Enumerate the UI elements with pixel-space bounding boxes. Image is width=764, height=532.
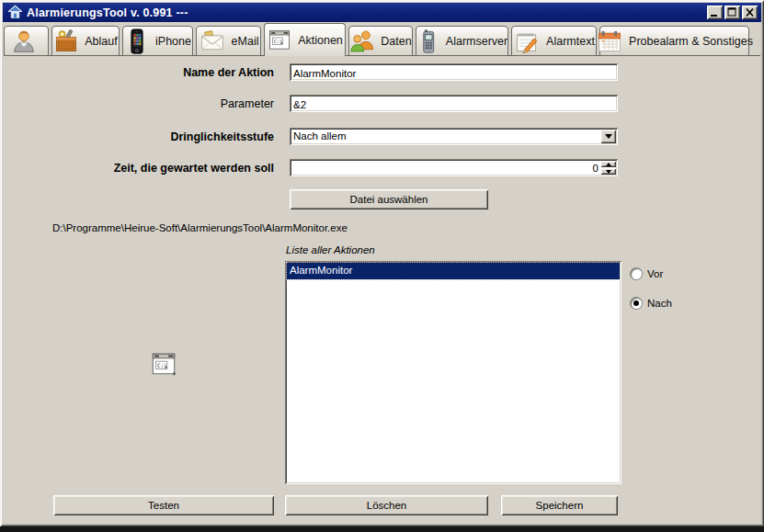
tab-label: Alarmserver <box>446 35 507 48</box>
tab-label: eMail <box>232 35 259 48</box>
tab-bar: Ablauf iPhone eMail <box>4 23 760 56</box>
radio-nach[interactable]: Nach <box>631 298 672 309</box>
list-item[interactable]: AlarmMonitor <box>287 263 620 279</box>
radio-vor-circle-icon <box>631 268 642 279</box>
wartezeit-label: Zeit, die gewartet werden soll <box>37 162 274 175</box>
radio-vor-label: Vor <box>647 268 663 279</box>
notepad-pencil-icon <box>513 28 541 54</box>
spin-up-button[interactable] <box>600 161 616 167</box>
spin-down-button[interactable] <box>600 168 616 175</box>
tab-iphone[interactable]: iPhone <box>122 26 193 56</box>
maximize-button[interactable] <box>724 6 740 19</box>
tab-label: Daten <box>381 35 411 48</box>
tab-alarmserver[interactable]: Alarmserver <box>416 26 508 56</box>
tab-label: Aktionen <box>298 34 343 47</box>
mobile-phone-icon <box>416 28 440 55</box>
command-window-icon: C:\ <box>267 28 292 52</box>
toolbox-icon <box>53 28 79 54</box>
app-window: AlarmierungsTool v. 0.991 --- <box>0 0 764 526</box>
tab-ablauf[interactable]: Ablauf <box>51 26 120 56</box>
aktionen-listbox[interactable]: AlarmMonitor <box>285 261 621 484</box>
parameter-label: Parameter <box>37 97 274 110</box>
parameter-input[interactable] <box>290 95 618 112</box>
dringlichkeitsstufe-label: Dringlichkeitsstufe <box>37 130 274 143</box>
chevron-down-icon <box>605 134 612 139</box>
calendar-icon <box>596 28 623 54</box>
dringlichkeitsstufe-select[interactable]: Nach allem <box>290 128 618 145</box>
arrow-up-icon <box>606 163 611 166</box>
titlebar: AlarmierungsTool v. 0.991 --- <box>3 3 761 22</box>
minimize-icon <box>710 7 720 17</box>
close-icon <box>745 7 755 17</box>
file-path-text: D:\Programme\Heirue-Soft\AlarmierungsToo… <box>52 222 348 233</box>
user-icon <box>11 28 37 54</box>
tab-label: Ablauf <box>85 35 117 48</box>
liste-aller-aktionen-label: Liste aller Aktionen <box>286 244 375 255</box>
people-icon <box>349 28 375 54</box>
testen-button[interactable]: Testen <box>53 495 274 515</box>
datei-auswaehlen-button[interactable]: Datei auswählen <box>290 189 488 209</box>
radio-nach-label: Nach <box>647 298 672 309</box>
minimize-button[interactable] <box>707 6 723 19</box>
tab-alarmtext[interactable]: Alarmtext <box>511 26 597 56</box>
tab-label: Alarmtext <box>546 35 595 48</box>
maximize-icon <box>727 7 737 17</box>
tab-label: Probealarm & Sonstiges <box>629 35 753 48</box>
iphone-icon <box>124 28 150 55</box>
loeschen-button[interactable]: Löschen <box>285 495 488 515</box>
wait-time-spinner <box>290 159 618 176</box>
command-window-icon: C:\ <box>150 349 177 379</box>
tab-aktionen[interactable]: C:\ Aktionen <box>264 23 346 56</box>
tab-probealarm[interactable]: Probealarm & Sonstiges <box>599 26 749 56</box>
tab-label: iPhone <box>155 35 191 48</box>
tab-user[interactable] <box>4 26 49 56</box>
home-icon <box>7 5 23 20</box>
dropdown-button[interactable] <box>600 130 616 143</box>
tab-daten[interactable]: Daten <box>348 26 413 56</box>
name-der-aktion-label: Name der Aktion <box>37 66 274 79</box>
name-der-aktion-input[interactable] <box>290 63 618 81</box>
speichern-button[interactable]: Speichern <box>501 495 618 515</box>
radio-vor[interactable]: Vor <box>631 268 663 279</box>
tab-email[interactable]: eMail <box>196 26 261 56</box>
wait-time-input[interactable] <box>291 161 599 175</box>
close-button[interactable] <box>742 6 758 19</box>
envelope-icon <box>199 28 226 54</box>
radio-nach-circle-icon <box>631 298 642 309</box>
selected-urgency-value: Nach allem <box>293 130 347 141</box>
arrow-down-icon <box>606 170 611 174</box>
window-title: AlarmierungsTool v. 0.991 --- <box>27 6 707 19</box>
